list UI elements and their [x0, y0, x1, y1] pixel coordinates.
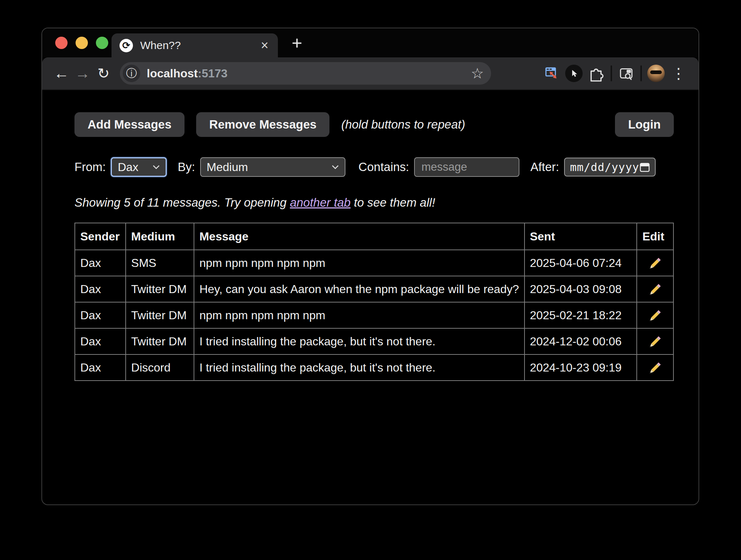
table-row: DaxSMSnpm npm npm npm npm2025-04-06 07:2…	[75, 250, 673, 276]
pencil-icon	[649, 335, 662, 348]
cell-message: I tried installing the package, but it's…	[194, 328, 525, 354]
cell-sent: 2025-02-21 18:22	[525, 302, 637, 328]
tab-title: When??	[140, 39, 181, 52]
new-tab-button[interactable]: +	[292, 34, 302, 52]
search-panel-icon[interactable]	[615, 65, 637, 82]
profile-avatar[interactable]	[645, 65, 667, 82]
site-info-icon[interactable]: ⓘ	[123, 65, 140, 82]
browser-toolbar: ← → ↻ ⓘ localhost:5173 ☆	[42, 57, 699, 90]
toolbar-separator	[640, 65, 642, 81]
site-favicon-icon: ⟳	[120, 39, 133, 52]
cell-message: npm npm npm npm npm	[194, 302, 525, 328]
contains-label: Contains:	[359, 160, 409, 174]
cell-sender: Dax	[75, 250, 126, 276]
date-placeholder: mm/dd/yyyy	[570, 161, 639, 174]
cell-sent: 2025-04-06 07:24	[525, 250, 637, 276]
actions-row: Add Messages Remove Messages (hold butto…	[74, 112, 674, 137]
cursor-extension-icon[interactable]	[563, 65, 585, 82]
tab-close-icon[interactable]: ×	[261, 39, 268, 52]
hold-buttons-hint: (hold buttons to repeat)	[341, 118, 465, 131]
cell-medium: SMS	[126, 250, 194, 276]
remove-messages-button[interactable]: Remove Messages	[196, 112, 329, 137]
window-controls	[55, 37, 108, 49]
messages-table: Sender Medium Message Sent Edit DaxSMSnp…	[74, 223, 674, 381]
page-content: Add Messages Remove Messages (hold butto…	[42, 90, 699, 381]
table-row: DaxTwitter DMnpm npm npm npm npm2025-02-…	[75, 302, 673, 328]
add-messages-button[interactable]: Add Messages	[74, 112, 185, 137]
forward-button[interactable]: →	[72, 66, 93, 81]
tab-strip: ⟳ When?? × +	[42, 28, 699, 57]
table-row: DaxTwitter DMI tried installing the pack…	[75, 328, 673, 354]
toolbar-icons: ⋮	[540, 65, 690, 82]
pencil-icon	[649, 283, 662, 296]
status-message: Showing 5 of 11 messages. Try opening an…	[74, 196, 674, 210]
contains-input[interactable]	[414, 157, 519, 177]
cell-sender: Dax	[75, 302, 126, 328]
after-date-input[interactable]: mm/dd/yyyy	[564, 158, 656, 176]
pencil-icon	[649, 257, 662, 270]
browser-tab[interactable]: ⟳ When?? ×	[112, 33, 278, 57]
cell-sender: Dax	[75, 328, 126, 354]
cell-sent: 2024-12-02 00:06	[525, 328, 637, 354]
window-resize-extension-icon[interactable]	[540, 65, 563, 82]
edit-button[interactable]	[637, 250, 673, 276]
zoom-window-button[interactable]	[96, 37, 108, 49]
bookmark-star-icon[interactable]: ☆	[471, 66, 484, 81]
table-row: DaxTwitter DMHey, can you ask Aaron when…	[75, 276, 673, 302]
url-text: localhost:5173	[147, 67, 227, 80]
from-select[interactable]: Dax	[111, 157, 167, 177]
table-header-row: Sender Medium Message Sent Edit	[75, 223, 673, 250]
edit-button[interactable]	[637, 302, 673, 328]
from-label: From:	[74, 160, 106, 174]
edit-button[interactable]	[637, 328, 673, 354]
edit-button[interactable]	[637, 276, 673, 302]
table-row: DaxDiscordI tried installing the package…	[75, 354, 673, 381]
chevron-down-icon	[153, 165, 160, 169]
col-header-sent: Sent	[525, 223, 637, 250]
by-select[interactable]: Medium	[200, 157, 345, 177]
another-tab-link[interactable]: another tab	[290, 196, 351, 209]
by-label: By:	[178, 160, 195, 174]
cell-message: npm npm npm npm npm	[194, 250, 525, 276]
from-select-value: Dax	[118, 161, 138, 174]
col-header-edit: Edit	[637, 223, 673, 250]
edit-button[interactable]	[637, 354, 673, 381]
pencil-icon	[649, 361, 662, 374]
minimize-window-button[interactable]	[76, 37, 88, 49]
address-bar[interactable]: ⓘ localhost:5173 ☆	[120, 62, 491, 85]
cell-sent: 2025-04-03 09:08	[525, 276, 637, 302]
col-header-message: Message	[194, 223, 525, 250]
col-header-sender: Sender	[75, 223, 126, 250]
chevron-down-icon	[332, 165, 339, 169]
login-button[interactable]: Login	[615, 112, 674, 137]
toolbar-separator	[611, 65, 612, 81]
col-header-medium: Medium	[126, 223, 194, 250]
cell-medium: Twitter DM	[126, 276, 194, 302]
after-label: After:	[530, 160, 559, 174]
cell-message: I tried installing the package, but it's…	[194, 354, 525, 381]
cell-medium: Twitter DM	[126, 328, 194, 354]
extensions-puzzle-icon[interactable]	[585, 65, 608, 82]
calendar-icon[interactable]	[639, 161, 650, 173]
reload-button[interactable]: ↻	[93, 66, 114, 81]
back-button[interactable]: ←	[51, 66, 72, 81]
close-window-button[interactable]	[55, 37, 68, 49]
cell-sender: Dax	[75, 276, 126, 302]
avatar	[647, 65, 665, 82]
pencil-icon	[649, 309, 662, 322]
cell-medium: Twitter DM	[126, 302, 194, 328]
cell-sent: 2024-10-23 09:19	[525, 354, 637, 381]
by-select-value: Medium	[207, 161, 248, 174]
cell-medium: Discord	[126, 354, 194, 381]
cursor-icon	[565, 65, 583, 82]
cell-sender: Dax	[75, 354, 126, 381]
cell-message: Hey, can you ask Aaron when the npm pack…	[194, 276, 525, 302]
filters-row: From: Dax By: Medium Contains:	[74, 157, 674, 177]
browser-menu-button[interactable]: ⋮	[667, 66, 690, 81]
browser-window: ⟳ When?? × + ← → ↻ ⓘ localhost:5173 ☆	[41, 28, 699, 505]
